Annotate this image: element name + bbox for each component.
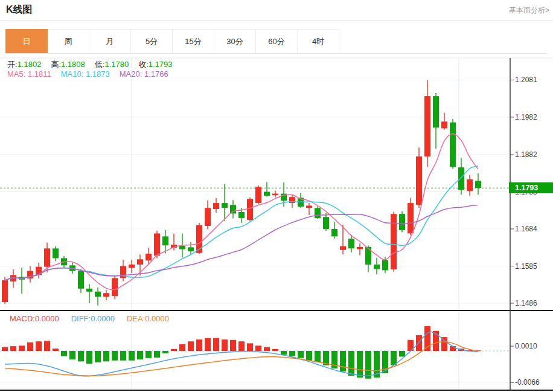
candle-body[interactable] bbox=[205, 208, 211, 226]
ma20-readout: MA20: 1.1766 bbox=[120, 69, 168, 79]
diff-line bbox=[5, 332, 478, 376]
macd-bar bbox=[61, 351, 67, 356]
open-readout: 开:1.1802 bbox=[7, 59, 41, 70]
macd-bar bbox=[196, 339, 202, 351]
candle-body[interactable] bbox=[450, 123, 456, 167]
candle-body[interactable] bbox=[2, 280, 8, 302]
macd-bar bbox=[230, 340, 236, 351]
candle-body[interactable] bbox=[213, 203, 219, 209]
candle-body[interactable] bbox=[433, 96, 439, 127]
candle-body[interactable] bbox=[441, 121, 447, 128]
candle-body[interactable] bbox=[112, 278, 118, 296]
price-axis-label: 1.1486 bbox=[515, 299, 537, 307]
candle-body[interactable] bbox=[348, 239, 354, 248]
macd-bar bbox=[399, 351, 405, 357]
candle-body[interactable] bbox=[391, 214, 397, 269]
candle-body[interactable] bbox=[129, 265, 135, 268]
candle-body[interactable] bbox=[374, 265, 380, 269]
candle-body[interactable] bbox=[467, 179, 473, 191]
candle-body[interactable] bbox=[95, 292, 101, 297]
candlestick-series bbox=[2, 80, 481, 306]
macd-bar bbox=[36, 341, 42, 351]
candle-body[interactable] bbox=[340, 246, 346, 250]
candle-body[interactable] bbox=[44, 248, 50, 266]
macd-bar bbox=[238, 341, 245, 351]
ma-readout: MA5: 1.1811 MA10: 1.1873 MA20: 1.1766 bbox=[7, 69, 168, 79]
macd-bar bbox=[44, 341, 50, 351]
macd-panel-bottom-border bbox=[0, 390, 553, 391]
candle-body[interactable] bbox=[86, 289, 92, 292]
candle-body[interactable] bbox=[475, 181, 481, 188]
ma10-readout: MA10: 1.1873 bbox=[61, 69, 110, 79]
macd-bar bbox=[19, 345, 25, 351]
candle-body[interactable] bbox=[103, 293, 109, 297]
candle-body[interactable] bbox=[382, 260, 388, 271]
macd-bar bbox=[120, 351, 126, 361]
candle-body[interactable] bbox=[238, 212, 245, 218]
macd-axis-label: -0.0066 bbox=[515, 378, 540, 387]
candle-body[interactable] bbox=[78, 271, 84, 289]
price-axis-label: 1.1684 bbox=[515, 225, 537, 233]
candle-body[interactable] bbox=[357, 247, 363, 249]
candle-body[interactable] bbox=[323, 217, 329, 229]
candle-body[interactable] bbox=[162, 236, 168, 245]
macd-bar bbox=[255, 345, 261, 351]
candle-body[interactable] bbox=[188, 247, 194, 251]
candle-body[interactable] bbox=[264, 192, 270, 196]
macd-bar bbox=[53, 349, 59, 351]
dea-value-readout: DEA:0.0000 bbox=[127, 314, 169, 323]
ma5-readout: MA5: 1.1811 bbox=[7, 69, 51, 79]
macd-bar bbox=[348, 351, 354, 376]
macd-bar bbox=[103, 351, 109, 361]
tab-day[interactable]: 日 bbox=[5, 29, 48, 53]
candle-body[interactable] bbox=[424, 96, 430, 156]
macd-bar bbox=[315, 351, 321, 362]
candle-body[interactable] bbox=[179, 246, 185, 249]
macd-bar bbox=[27, 342, 33, 351]
candle-body[interactable] bbox=[154, 234, 160, 256]
price-axis-label: 1.1585 bbox=[515, 262, 537, 271]
macd-bar bbox=[129, 351, 135, 361]
current-price-badge: 1.1793 bbox=[509, 182, 553, 193]
candle-body[interactable] bbox=[230, 205, 236, 213]
macd-bar bbox=[112, 351, 118, 361]
macd-bar bbox=[137, 351, 143, 359]
candle-body[interactable] bbox=[399, 214, 405, 230]
macd-bar bbox=[357, 351, 363, 378]
macd-bar bbox=[86, 351, 92, 364]
candle-body[interactable] bbox=[247, 199, 253, 220]
macd-bar bbox=[391, 351, 397, 365]
macd-bar bbox=[95, 351, 101, 362]
macd-bar bbox=[10, 346, 16, 351]
price-axis-label: 1.1882 bbox=[515, 150, 537, 159]
candle-body[interactable] bbox=[272, 194, 278, 196]
candle-body[interactable] bbox=[331, 229, 337, 236]
candle-body[interactable] bbox=[408, 203, 414, 233]
macd-bar bbox=[281, 351, 287, 355]
macd-value-readout: MACD:0.0000 bbox=[10, 314, 59, 323]
macd-bar bbox=[179, 344, 185, 351]
macd-bar bbox=[2, 347, 8, 351]
macd-bar bbox=[298, 351, 304, 358]
candle-body[interactable] bbox=[315, 208, 321, 218]
candle-body[interactable] bbox=[416, 156, 422, 205]
candle-body[interactable] bbox=[458, 167, 464, 190]
candle-body[interactable] bbox=[137, 259, 143, 265]
candle-body[interactable] bbox=[53, 248, 59, 258]
macd-readout: MACD:0.0000 DIFF:0.0000 DEA:0.0000 bbox=[10, 314, 169, 323]
candle-body[interactable] bbox=[222, 203, 228, 208]
macd-bar bbox=[365, 351, 371, 379]
main-panel-bottom-border bbox=[0, 310, 553, 311]
price-axis-label: 1.1982 bbox=[515, 113, 537, 121]
candle-body[interactable] bbox=[306, 206, 312, 208]
macd-bar bbox=[145, 351, 152, 358]
candle-body[interactable] bbox=[365, 247, 371, 265]
macd-bar bbox=[188, 341, 194, 351]
macd-bar bbox=[272, 349, 278, 351]
candle-body[interactable] bbox=[145, 254, 152, 260]
macd-bar bbox=[247, 343, 253, 351]
high-readout: 高:1.1808 bbox=[51, 59, 85, 70]
close-readout: 收:1.1793 bbox=[138, 59, 172, 70]
macd-bar bbox=[205, 338, 211, 351]
candle-body[interactable] bbox=[255, 187, 261, 203]
